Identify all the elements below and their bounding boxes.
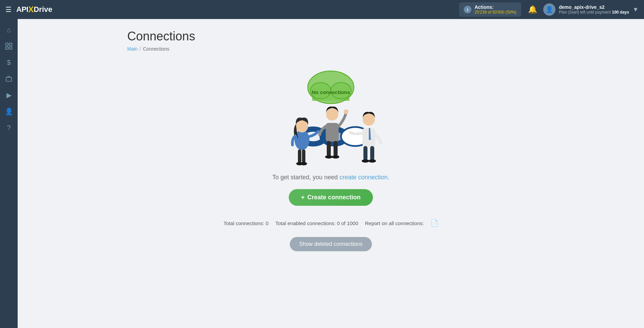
report-icon[interactable]: 📄 [431,219,438,227]
page-title: Connections [127,29,534,43]
sidebar-item-help[interactable]: ? [1,120,16,135]
svg-rect-24 [326,123,339,142]
plan-text: Plan |Start| left until payment 100 days [559,10,629,15]
bell-icon[interactable]: 🔔 [528,5,537,14]
actions-label: Actions: [475,4,516,10]
avatar: 👤 [543,3,555,16]
actions-used: 25'239 [475,10,487,15]
sidebar: ⌂ $ ▶ 👤 ? [0,19,18,328]
show-deleted-button[interactable]: Show deleted connections [290,237,372,251]
sidebar-item-home[interactable]: ⌂ [1,22,16,37]
content-inner: Connections Main / Connections [127,29,534,261]
create-connection-link[interactable]: create connection. [340,174,390,181]
logo-api: API [16,5,28,14]
main-layout: ⌂ $ ▶ 👤 ? Connections Main / [0,19,644,328]
breadcrumb-main[interactable]: Main [127,46,137,52]
stats-enabled: Total enabled connections: 0 of 1000 [275,220,358,226]
sidebar-item-user[interactable]: 👤 [1,104,16,119]
svg-rect-34 [363,146,367,160]
breadcrumb-current: Connections [143,46,169,52]
info-icon: i [464,6,471,13]
stats-total: Total connections: 0 [224,220,269,226]
actions-percent: (50%) [506,10,516,15]
svg-rect-4 [6,77,12,81]
svg-rect-1 [10,43,12,45]
svg-rect-20 [298,149,301,163]
svg-point-30 [332,155,339,159]
navbar: ☰ APIXDrive i Actions: 25'239 of 50'000 … [0,0,644,19]
create-btn-icon: + [301,194,305,201]
sidebar-item-connections[interactable] [1,39,16,54]
actions-text-block: Actions: 25'239 of 50'000 (50%) [475,4,516,15]
actions-total: 50'000 [492,10,505,15]
content-area: Connections Main / Connections [18,19,644,328]
chevron-down-icon: ▼ [632,6,639,13]
svg-rect-28 [334,141,338,156]
svg-point-23 [300,162,307,165]
breadcrumb-separator: / [139,46,141,52]
breadcrumb: Main / Connections [127,46,534,52]
menu-icon[interactable]: ☰ [5,5,12,14]
illustration-area: No connections [127,65,534,251]
actions-of: of [488,10,491,15]
sidebar-item-video[interactable]: ▶ [1,88,16,103]
sidebar-item-briefcase[interactable] [1,71,16,86]
logo-x: X [28,5,34,14]
actions-stats: 25'239 of 50'000 (50%) [475,10,516,15]
stats-report-label: Report on all connections: [365,220,424,226]
svg-rect-0 [6,43,8,45]
svg-point-25 [326,108,338,121]
create-btn-label: Create connection [307,194,361,201]
tagline-text: To get started, you need [272,174,338,181]
svg-point-26 [344,109,348,114]
tagline: To get started, you need create connecti… [272,174,389,181]
svg-point-33 [363,113,375,126]
svg-text:No connections: No connections [312,89,350,95]
svg-point-36 [362,159,369,163]
user-info: demo_apix-drive_s2 Plan |Start| left unt… [559,4,629,15]
svg-rect-35 [370,146,374,160]
svg-point-37 [368,159,376,163]
svg-rect-3 [10,47,12,49]
svg-point-19 [296,120,308,132]
svg-point-29 [325,155,333,159]
sidebar-item-billing[interactable]: $ [1,55,16,70]
logo-drive: Drive [34,5,52,14]
create-connection-button[interactable]: + Create connection [289,189,373,206]
no-connections-illustration: No connections [263,65,399,174]
logo: APIXDrive [16,5,52,14]
svg-rect-27 [327,141,331,156]
svg-rect-21 [302,149,305,163]
username: demo_apix-drive_s2 [559,4,629,10]
actions-box[interactable]: i Actions: 25'239 of 50'000 (50%) [459,2,521,17]
user-menu[interactable]: 👤 demo_apix-drive_s2 Plan |Start| left u… [543,3,639,16]
svg-rect-2 [6,47,8,49]
stats-row: Total connections: 0 Total enabled conne… [224,219,438,227]
